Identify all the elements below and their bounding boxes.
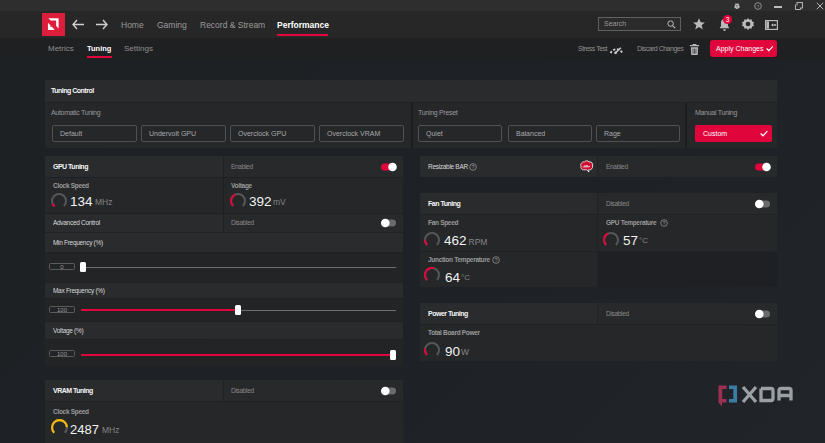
svg-text:?: ? bbox=[663, 220, 666, 226]
svg-text:?: ? bbox=[757, 4, 760, 9]
svg-text:?: ? bbox=[495, 257, 498, 263]
svg-text:?: ? bbox=[472, 163, 475, 169]
